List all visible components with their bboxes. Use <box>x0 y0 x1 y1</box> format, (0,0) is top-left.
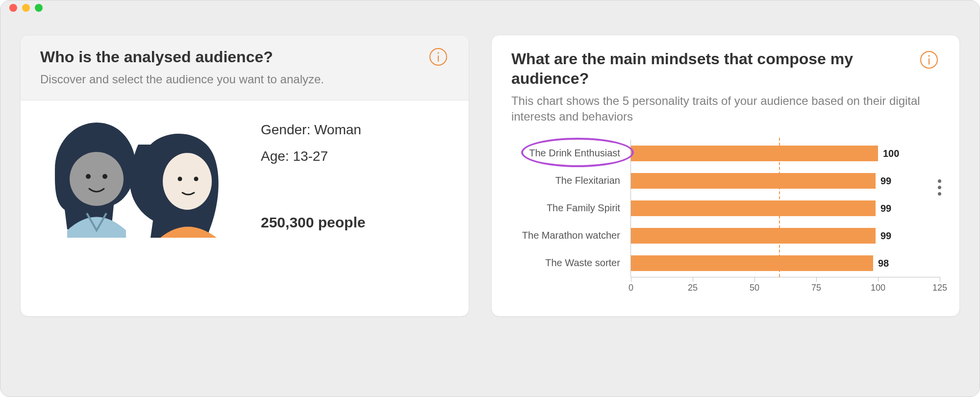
svg-point-4 <box>86 174 91 179</box>
info-icon[interactable] <box>427 46 449 68</box>
chart-category-label: The Marathon watcher <box>511 230 624 241</box>
bar-value-label: 100 <box>883 148 899 159</box>
x-tick <box>754 277 755 282</box>
bar <box>631 173 876 189</box>
bar-value-label: 99 <box>880 202 891 214</box>
audience-info: Gender: Woman Age: 13-27 250,300 people <box>261 122 365 231</box>
audience-age: Age: 13-27 <box>261 149 365 164</box>
mindsets-card: What are the main mindsets that compose … <box>491 35 960 317</box>
svg-point-7 <box>178 177 182 181</box>
window-close-button[interactable] <box>9 4 17 12</box>
audience-card-subtitle: Discover and select the audience you wan… <box>40 72 449 87</box>
bar-track: 100 <box>631 140 940 167</box>
x-tick-label: 25 <box>688 283 698 293</box>
svg-point-6 <box>163 153 212 210</box>
svg-point-10 <box>928 55 930 56</box>
chart-category-label: The Waste sorter <box>511 257 624 269</box>
window-minimize-button[interactable] <box>22 4 30 12</box>
bar <box>631 228 876 244</box>
bar <box>631 255 873 271</box>
x-tick <box>940 277 940 282</box>
chart-row: The Marathon watcher99 <box>511 222 940 249</box>
bar <box>631 200 876 216</box>
chart-row: The Waste sorter98 <box>511 249 940 277</box>
app-window: Who is the analysed audience? Discover a… <box>0 0 980 397</box>
mindsets-card-title: What are the main mindsets that compose … <box>511 49 905 88</box>
x-tick-label: 125 <box>932 283 947 293</box>
x-tick-label: 100 <box>871 283 885 293</box>
x-tick <box>816 277 817 282</box>
bar-track: 99 <box>631 222 940 249</box>
svg-point-5 <box>102 174 107 179</box>
people-illustration <box>40 115 241 238</box>
bar-track: 98 <box>631 249 940 277</box>
chart-category-label: The Drink Enthusiast <box>511 148 624 159</box>
svg-point-3 <box>70 152 124 206</box>
bar-track: 99 <box>631 195 940 222</box>
audience-count: 250,300 people <box>261 214 365 231</box>
audience-card-title: Who is the analysed audience? <box>40 47 420 67</box>
x-tick-label: 75 <box>811 283 821 293</box>
bar-value-label: 98 <box>878 257 889 269</box>
reference-line <box>779 138 780 277</box>
audience-gender: Gender: Woman <box>261 122 365 138</box>
svg-point-8 <box>194 177 199 181</box>
window-zoom-button[interactable] <box>35 4 43 12</box>
x-tick <box>631 277 631 282</box>
bar-value-label: 99 <box>880 230 891 241</box>
chart-row: The Drink Enthusiast100 <box>511 140 940 167</box>
info-icon[interactable] <box>918 49 940 71</box>
audience-card-body: Gender: Woman Age: 13-27 250,300 people <box>21 100 469 262</box>
x-tick-label: 0 <box>628 283 633 293</box>
x-tick <box>878 277 879 282</box>
titlebar <box>0 0 980 15</box>
bar <box>631 146 878 161</box>
x-tick-label: 50 <box>750 283 759 293</box>
x-tick <box>693 277 693 282</box>
mindsets-card-subtitle: This chart shows the 5 personality trait… <box>511 93 940 125</box>
x-axis: 0255075100125 <box>631 277 940 297</box>
svg-point-1 <box>437 52 439 53</box>
chart-row: The Flexitarian99 <box>511 167 940 195</box>
mindsets-bar-chart: The Drink Enthusiast100The Flexitarian99… <box>511 140 940 297</box>
bar-track: 99 <box>631 167 940 195</box>
content: Who is the analysed audience? Discover a… <box>0 15 980 336</box>
y-axis-line <box>630 140 631 277</box>
chart-row: The Family Spirit99 <box>511 195 940 222</box>
audience-card: Who is the analysed audience? Discover a… <box>20 35 469 317</box>
chart-category-label: The Flexitarian <box>511 175 624 186</box>
bar-value-label: 99 <box>880 175 891 186</box>
chart-category-label: The Family Spirit <box>511 202 624 214</box>
audience-card-header: Who is the analysed audience? Discover a… <box>21 35 469 100</box>
